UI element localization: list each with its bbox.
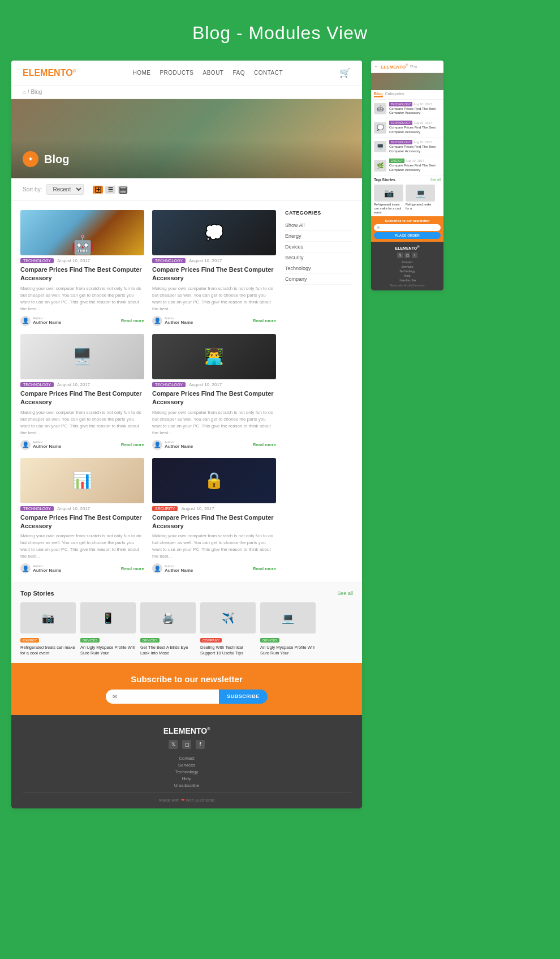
mobile-tabs: Blog Categories: [371, 90, 443, 100]
mobile-item-date: Aug 10, 2017: [413, 140, 432, 144]
footer-link-unsubscribe[interactable]: Unsubscribe: [174, 783, 199, 788]
category-technology[interactable]: Technology: [285, 263, 353, 274]
post-category-badge[interactable]: TECHNOLOGY: [152, 258, 186, 263]
read-more-link[interactable]: Read more: [121, 442, 144, 447]
author-name: Author Name: [33, 568, 61, 573]
mobile-story-text: Refrigerated make for a: [406, 203, 435, 211]
mobile-story-text: Refrigerated treats can make for a cool …: [374, 203, 403, 215]
mobile-badge[interactable]: ENERGY: [389, 159, 404, 163]
facebook-icon[interactable]: f: [196, 740, 205, 749]
newsletter-subscribe-button[interactable]: SUBSCRIBE: [219, 690, 268, 704]
nav-links: HOME PRODUCTS ABOUT FAQ CONTACT: [132, 70, 283, 76]
mobile-badge[interactable]: TECHNOLOGY: [389, 102, 412, 106]
footer-links-row: Contact Services Technology Help Unsubsc…: [23, 756, 351, 788]
read-more-link[interactable]: Read more: [253, 318, 276, 323]
story-badge[interactable]: COMPANY: [200, 638, 222, 643]
post-category-badge[interactable]: TECHNOLOGY: [152, 382, 186, 387]
nav-about[interactable]: ABOUT: [203, 70, 224, 76]
mobile-footer-link[interactable]: Unsubscribe: [374, 279, 440, 282]
post-footer: 👤 Author Author Name Read more: [20, 440, 144, 450]
mobile-facebook-icon[interactable]: f: [412, 252, 417, 258]
read-more-link[interactable]: Read more: [121, 318, 144, 323]
story-badge[interactable]: DEVICES: [260, 638, 279, 643]
mobile-instagram-icon[interactable]: ◻: [404, 252, 410, 258]
author-info: 👤 Author Author Name: [20, 440, 61, 450]
category-energy[interactable]: Energy: [285, 231, 353, 242]
story-badge[interactable]: ENERGY: [20, 638, 39, 643]
hero-icon: ✦: [23, 151, 38, 167]
mobile-story-img: 💻: [406, 185, 435, 202]
hero-section: ✦ Blog: [11, 99, 362, 178]
newsletter-input[interactable]: [106, 690, 219, 704]
breadcrumb-home[interactable]: ⌂: [23, 89, 26, 95]
post-footer: 👤 Author Author Name Read more: [152, 563, 276, 573]
mobile-twitter-icon[interactable]: 𝕏: [397, 252, 403, 258]
post-image-robot: [20, 210, 144, 255]
post-image-cloud: [152, 210, 276, 255]
mobile-back-icon[interactable]: ←: [374, 65, 378, 68]
category-company[interactable]: Company: [285, 274, 353, 285]
mobile-tab-categories[interactable]: Categories: [385, 92, 404, 97]
grid-view-btn[interactable]: ⊞: [93, 186, 103, 194]
mobile-newsletter-input[interactable]: [374, 224, 441, 231]
mobile-list-item: 🤖 TECHNOLOGY Aug 10, 2017 Compare Prices…: [371, 100, 443, 119]
compact-view-btn[interactable]: ▤: [118, 186, 128, 194]
story-badge[interactable]: DEVICES: [140, 638, 160, 643]
post-category-badge[interactable]: TECHNOLOGY: [20, 506, 54, 511]
footer-link-contact[interactable]: Contact: [174, 756, 199, 761]
story-title: Refrigerated treats can make for a cool …: [20, 645, 76, 656]
post-title: Compare Prices Find The Best Computer Ac…: [20, 389, 144, 407]
mobile-footer-link[interactable]: Help: [374, 274, 440, 277]
mobile-footer-link[interactable]: Services: [374, 265, 440, 268]
story-image-1: 📷: [20, 602, 76, 633]
mobile-hero-image: [371, 73, 443, 90]
newsletter-title: Subscribe to our newsletter: [23, 674, 351, 684]
main-layout: ELEMENTO® HOME PRODUCTS ABOUT FAQ CONTAC…: [11, 61, 549, 808]
categories-title: CATEGORIES: [285, 210, 353, 216]
footer: ELEMENTO® 𝕏 ◻ f Contact Services Technol…: [11, 715, 362, 808]
footer-link-help[interactable]: Help: [174, 776, 199, 781]
mobile-see-all[interactable]: See all: [430, 178, 441, 182]
breadcrumb-current: Blog: [31, 89, 42, 95]
see-all-link[interactable]: See all: [337, 590, 353, 596]
posts-grid: TECHNOLOGY August 10, 2017 Compare Price…: [20, 210, 276, 573]
main-card: ELEMENTO® HOME PRODUCTS ABOUT FAQ CONTAC…: [11, 61, 362, 808]
mobile-story-img: 📷: [374, 185, 403, 202]
nav-faq[interactable]: FAQ: [232, 70, 245, 76]
list-view-btn[interactable]: ≡: [105, 186, 115, 194]
instagram-icon[interactable]: ◻: [182, 740, 191, 749]
mobile-place-order-button[interactable]: PLACE ORDER: [374, 232, 441, 239]
mobile-stories-header: Top Stories See all: [371, 175, 443, 183]
cart-icon[interactable]: 🛒: [339, 67, 351, 78]
mobile-item-date: Aug 10, 2017: [406, 159, 424, 162]
footer-copy: Made with ❤ with Elemento: [23, 798, 351, 803]
category-devices[interactable]: Devices: [285, 242, 353, 252]
footer-logo-text: ELEMENTO: [163, 726, 208, 735]
category-security[interactable]: Security: [285, 252, 353, 263]
footer-logo-sup: ®: [207, 727, 210, 731]
footer-link-technology[interactable]: Technology: [174, 769, 199, 774]
twitter-icon[interactable]: 𝕏: [169, 740, 178, 749]
story-badge[interactable]: DEVICES: [80, 638, 100, 643]
mobile-item-content: TECHNOLOGY Aug 10, 2017 Compare Prices F…: [389, 102, 441, 116]
footer-link-services[interactable]: Services: [174, 763, 199, 768]
sort-select[interactable]: Recent: [46, 184, 84, 195]
category-show-all[interactable]: Show All: [285, 220, 353, 231]
post-category-badge[interactable]: TECHNOLOGY: [20, 258, 54, 263]
read-more-link[interactable]: Read more: [253, 566, 276, 571]
nav-contact[interactable]: CONTACT: [254, 70, 283, 76]
post-excerpt: Making your own computer from scratch is…: [20, 533, 144, 560]
nav-products[interactable]: PRODUCTS: [160, 70, 193, 76]
mobile-footer-link[interactable]: Technology: [374, 269, 440, 273]
mobile-tab-blog[interactable]: Blog: [374, 92, 383, 97]
read-more-link[interactable]: Read more: [121, 566, 144, 571]
post-category-badge[interactable]: SECURITY: [152, 506, 178, 511]
mobile-footer-link[interactable]: Contact: [374, 260, 440, 264]
nav-home[interactable]: HOME: [132, 70, 150, 76]
mobile-badge[interactable]: TECHNOLOGY: [389, 121, 412, 125]
post-category-badge[interactable]: TECHNOLOGY: [20, 382, 54, 387]
read-more-link[interactable]: Read more: [253, 442, 276, 447]
post-footer: 👤 Author Author Name Read more: [20, 316, 144, 326]
mobile-badge[interactable]: TECHNOLOGY: [389, 140, 412, 144]
mobile-nav: ← ELEMENTO® Blog: [371, 61, 443, 73]
